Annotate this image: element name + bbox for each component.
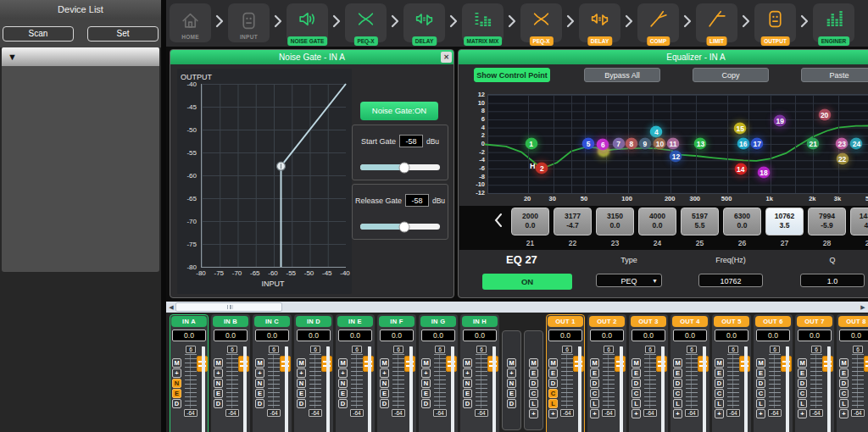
- channel-button-+[interactable]: +: [590, 409, 599, 418]
- channel-button-M[interactable]: M: [338, 358, 348, 368]
- eq-control-point-1[interactable]: 1: [525, 138, 537, 151]
- channel-button-C[interactable]: C: [715, 389, 724, 398]
- eq-control-point-12[interactable]: 12: [670, 150, 682, 163]
- channel-label[interactable]: IN A: [171, 316, 207, 327]
- channel-button-M[interactable]: M: [507, 358, 516, 368]
- channel-button-E[interactable]: E: [715, 368, 724, 378]
- channel-button-+[interactable]: +: [255, 368, 264, 378]
- channel-button-+[interactable]: +: [548, 409, 558, 418]
- channel-button-L[interactable]: L: [715, 399, 724, 408]
- channel-button-+[interactable]: +: [507, 368, 516, 378]
- horizontal-scrollbar[interactable]: ◀ ▶: [166, 302, 868, 313]
- eq-control-point-13[interactable]: 13: [694, 138, 707, 151]
- channel-button-N[interactable]: N: [463, 379, 472, 388]
- channel-button-E[interactable]: E: [255, 389, 264, 398]
- channel-button-M[interactable]: M: [715, 358, 724, 368]
- channel-button-E[interactable]: E: [172, 389, 181, 398]
- eq-q-input[interactable]: [801, 275, 864, 287]
- fader-handle[interactable]: [864, 356, 868, 372]
- channel-button-M[interactable]: M: [380, 358, 389, 368]
- channel-button-L[interactable]: L: [548, 399, 558, 408]
- channel-button-D[interactable]: D: [632, 379, 641, 388]
- channel-button-+[interactable]: +: [463, 368, 472, 378]
- eq-freq-input[interactable]: [699, 275, 762, 287]
- channel-button-E[interactable]: E: [463, 389, 472, 398]
- eq-control-point-6[interactable]: 6: [597, 139, 609, 152]
- channel-button-D[interactable]: D: [798, 379, 807, 388]
- eq-control-point-21[interactable]: 21: [807, 138, 820, 151]
- channel-button-E[interactable]: E: [338, 389, 348, 398]
- eq-band-cell-22[interactable]: 3177-4.7: [554, 208, 592, 235]
- channel-button-D[interactable]: D: [380, 399, 389, 408]
- eq-control-point-24[interactable]: 24: [850, 138, 863, 151]
- scrollbar-thumb[interactable]: [175, 302, 282, 312]
- channel-button-D[interactable]: D: [529, 379, 538, 388]
- eq-control-point-14[interactable]: 14: [734, 163, 747, 176]
- channel-button-D[interactable]: D: [673, 379, 682, 388]
- channel-button-+[interactable]: +: [798, 409, 807, 418]
- channel-button-M[interactable]: M: [839, 358, 849, 368]
- channel-button-D[interactable]: D: [548, 379, 558, 388]
- channel-gain-value[interactable]: 0.0: [756, 330, 790, 341]
- channel-button-+[interactable]: +: [380, 368, 389, 378]
- channel-button-M[interactable]: M: [756, 358, 765, 368]
- channel-button-D[interactable]: D: [421, 399, 431, 408]
- eq-control-point-11[interactable]: 11: [667, 138, 680, 151]
- eq-control-point-7[interactable]: 7: [612, 138, 625, 151]
- channel-button-E[interactable]: E: [632, 368, 641, 378]
- channel-button-C[interactable]: C: [548, 389, 558, 398]
- channel-button-E[interactable]: E: [798, 368, 807, 378]
- eq-band-cell-28[interactable]: 7994-5.9: [808, 208, 846, 235]
- channel-button-+[interactable]: +: [214, 368, 223, 378]
- channel-label[interactable]: OUT 6: [755, 316, 791, 327]
- eq-control-point-15[interactable]: 15: [734, 122, 747, 135]
- channel-label[interactable]: OUT 3: [631, 316, 666, 327]
- channel-button-E[interactable]: E: [421, 389, 431, 398]
- scan-button[interactable]: Scan: [3, 26, 74, 42]
- channel-button-M[interactable]: M: [172, 358, 181, 368]
- eq-control-point-17[interactable]: 17: [751, 138, 764, 151]
- channel-button-E[interactable]: E: [214, 389, 223, 398]
- channel-gain-value[interactable]: 0.0: [338, 330, 372, 341]
- channel-button-E[interactable]: E: [673, 368, 682, 378]
- channel-gain-value[interactable]: 0.0: [172, 330, 206, 341]
- eq-band-cell-29[interactable]: 143404.2: [850, 208, 868, 235]
- channel-gain-value[interactable]: 0.0: [715, 330, 748, 341]
- start-gate-input[interactable]: [399, 135, 423, 147]
- channel-label[interactable]: IN D: [296, 316, 331, 327]
- channel-button-+[interactable]: +: [529, 409, 538, 418]
- channel-button-N[interactable]: N: [507, 379, 516, 388]
- channel-button-D[interactable]: D: [463, 399, 472, 408]
- channel-button-M[interactable]: M: [632, 358, 641, 368]
- eq-control-point-20[interactable]: 20: [818, 109, 831, 122]
- channel-button-C[interactable]: C: [673, 389, 682, 398]
- toolbar-item-comp[interactable]: COMP: [637, 3, 679, 42]
- channel-label[interactable]: IN G: [420, 316, 456, 327]
- channel-label[interactable]: OUT 4: [672, 316, 708, 327]
- noise-gate-titlebar[interactable]: Noise Gate - IN A ✕: [170, 50, 453, 64]
- toolbar-item-limit[interactable]: LIMIT: [696, 3, 737, 42]
- channel-button-+[interactable]: +: [715, 409, 724, 418]
- channel-button-M[interactable]: M: [798, 358, 807, 368]
- channel-button-M[interactable]: M: [421, 358, 431, 368]
- channel-button-+[interactable]: +: [338, 368, 348, 378]
- channel-button-N[interactable]: N: [421, 379, 431, 388]
- channel-label[interactable]: IN B: [213, 316, 248, 327]
- paste-button[interactable]: Paste: [801, 68, 868, 82]
- channel-label[interactable]: IN H: [462, 316, 498, 327]
- channel-button-E[interactable]: E: [548, 368, 558, 378]
- toolbar-item-peq-x[interactable]: PEQ-X: [520, 3, 562, 42]
- chevron-left-icon[interactable]: [493, 212, 504, 232]
- release-gate-slider[interactable]: [360, 224, 440, 230]
- channel-button-D[interactable]: D: [338, 399, 348, 408]
- channel-button-N[interactable]: N: [172, 379, 181, 388]
- eq-type-select[interactable]: PEQ ▼: [596, 274, 662, 287]
- eq-on-button[interactable]: ON: [482, 274, 572, 290]
- eq-control-point-19[interactable]: 19: [774, 115, 787, 128]
- channel-button-D[interactable]: D: [297, 399, 306, 408]
- channel-button-+[interactable]: +: [673, 409, 682, 418]
- channel-gain-value[interactable]: 0.0: [798, 330, 832, 341]
- channel-button-L[interactable]: L: [756, 399, 765, 408]
- channel-button-E[interactable]: E: [590, 368, 599, 378]
- toolbar-item-noise-gate[interactable]: NOISE GATE: [287, 3, 328, 42]
